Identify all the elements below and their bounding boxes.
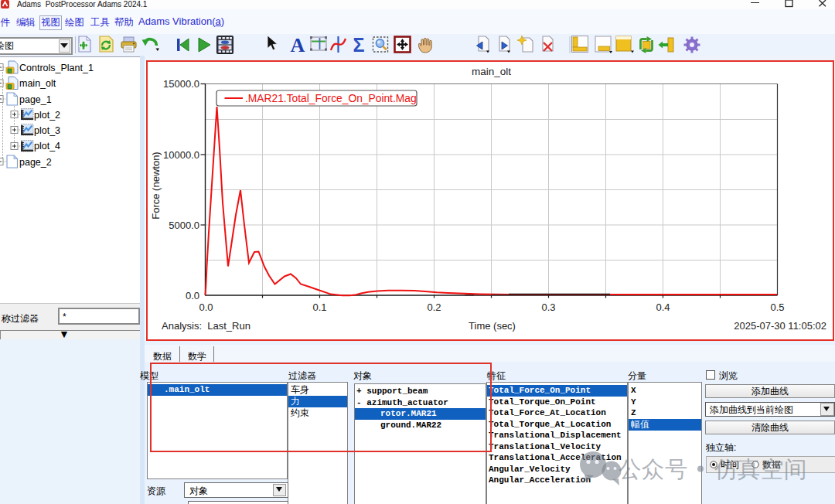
svg-text:Analysis: Last_Run: Analysis: Last_Run [162, 320, 250, 332]
svg-text:main_olt: main_olt [472, 66, 511, 77]
svg-text:2025-07-30 11:05:02: 2025-07-30 11:05:02 [734, 320, 826, 332]
svg-text:Time (sec): Time (sec) [469, 320, 516, 332]
svg-text:公众号: 公众号 [619, 456, 688, 482]
svg-text:0.2: 0.2 [427, 301, 441, 313]
svg-text:0.1: 0.1 [312, 301, 326, 313]
svg-text:.MAR21.Total_Force_On_Point.Ma: .MAR21.Total_Force_On_Point.Mag [245, 93, 417, 104]
svg-text:0.4: 0.4 [656, 301, 670, 313]
svg-text:仿真空间: 仿真空间 [714, 456, 807, 482]
svg-text:0.0: 0.0 [199, 301, 213, 313]
svg-text:10000.0: 10000.0 [163, 149, 199, 161]
svg-text:5000.0: 5000.0 [169, 220, 199, 231]
svg-text:15000.0: 15000.0 [163, 78, 199, 90]
svg-text:Force (newton): Force (newton) [150, 152, 162, 219]
svg-text:0.0: 0.0 [186, 290, 199, 301]
svg-text:0.5: 0.5 [770, 301, 784, 313]
svg-text:0.3: 0.3 [541, 301, 555, 313]
